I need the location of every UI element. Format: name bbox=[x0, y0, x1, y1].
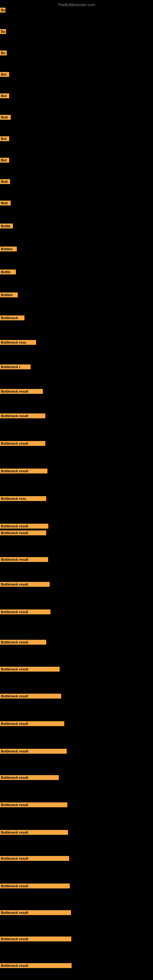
bar-label: Bottle bbox=[0, 224, 13, 229]
bar-item: Bottleneck result bbox=[0, 530, 46, 536]
bar-label: Bottleneck result bbox=[0, 694, 61, 698]
bar-label: Bottleneck result bbox=[0, 530, 46, 535]
bar-label: Bottleneck result bbox=[0, 441, 45, 446]
bar-item: Bottleneck result bbox=[0, 910, 71, 916]
bar-label: Bottleneck result bbox=[0, 640, 46, 645]
bar-item: Bottleneck result bbox=[0, 524, 48, 530]
bar-item: Bottleneck result bbox=[0, 802, 67, 808]
bar-label: Bottlen bbox=[0, 247, 17, 251]
bar-label: Bottleneck result bbox=[0, 609, 51, 614]
bar-item: Bottleneck result bbox=[0, 640, 46, 646]
bar-label: Bottle bbox=[0, 269, 16, 274]
bar-item: Bottleneck result bbox=[0, 469, 48, 475]
bar-item: Bottleneck result bbox=[0, 414, 45, 420]
bar-item: Bottleneck result bbox=[0, 694, 61, 700]
bar-item: Bottlen bbox=[0, 293, 18, 299]
bar-label: Bott bbox=[0, 200, 11, 205]
bar-item: Bott bbox=[0, 179, 10, 185]
bar-item: Bottleneck resu bbox=[0, 340, 36, 346]
bar-item: Bot bbox=[0, 72, 9, 78]
bar-label: Bottleneck result bbox=[0, 910, 71, 915]
bar-item: Bo bbox=[0, 8, 5, 14]
bar-item: Bottleneck result bbox=[0, 883, 70, 890]
site-title: TheBottlenecker.com bbox=[58, 2, 95, 7]
bar-label: Bottleneck result bbox=[0, 749, 67, 754]
bar-item: Bottleneck result bbox=[0, 609, 51, 616]
bar-label: Bottleneck result bbox=[0, 883, 70, 888]
bar-item: Bott bbox=[0, 200, 11, 207]
bar-item: Bottleneck result bbox=[0, 856, 69, 862]
bar-label: Bottleneck result bbox=[0, 775, 59, 780]
bar-item: Bottleneck resu bbox=[0, 496, 46, 502]
bar-item: Bottleneck result bbox=[0, 749, 67, 755]
bar-label: Bottleneck result bbox=[0, 667, 60, 671]
bar-item: Bottleneck r bbox=[0, 364, 30, 371]
bar-label: Bo bbox=[0, 51, 7, 56]
bar-label: Bottlen bbox=[0, 293, 18, 298]
bar-label: Bott bbox=[0, 115, 11, 120]
bar-item: Bot bbox=[0, 158, 9, 164]
bar-label: Bottleneck result bbox=[0, 721, 64, 726]
bar-item: Bottleneck bbox=[0, 315, 24, 321]
bar-item: Bo bbox=[0, 51, 7, 57]
bar-label: Bottleneck result bbox=[0, 524, 48, 528]
bar-item: Bottleneck result bbox=[0, 582, 49, 588]
bar-label: Bot bbox=[0, 158, 9, 162]
bar-label: Bottleneck result bbox=[0, 963, 72, 968]
bar-item: Bott bbox=[0, 115, 11, 121]
bar-label: Bottleneck resu bbox=[0, 496, 46, 501]
bar-label: Bottleneck resu bbox=[0, 340, 36, 345]
bar-label: Bo bbox=[0, 29, 6, 34]
bar-item: Bottleneck result bbox=[0, 830, 68, 836]
bar-label: Bottleneck result bbox=[0, 389, 43, 394]
bar-item: Bottleneck result bbox=[0, 441, 45, 447]
bar-item: Bottle bbox=[0, 269, 16, 275]
bar-label: Bot bbox=[0, 136, 9, 141]
bar-item: Bottleneck result bbox=[0, 937, 71, 943]
bar-item: Bot bbox=[0, 136, 9, 142]
bar-label: Bottleneck result bbox=[0, 856, 69, 861]
bar-label: Bottleneck result bbox=[0, 802, 67, 807]
bar-label: Bo bbox=[0, 8, 5, 13]
bar-label: Bottleneck r bbox=[0, 364, 30, 369]
bar-item: Bottleneck result bbox=[0, 721, 64, 727]
bar-label: Bottleneck bbox=[0, 315, 24, 320]
bar-label: Bottleneck result bbox=[0, 830, 68, 835]
bar-item: Bottleneck result bbox=[0, 963, 72, 969]
bar-item: Bottleneck result bbox=[0, 389, 43, 395]
bar-label: Bottleneck result bbox=[0, 557, 48, 562]
bar-label: Bottleneck result bbox=[0, 937, 71, 942]
bar-label: Bot bbox=[0, 72, 9, 77]
bar-item: Bottleneck result bbox=[0, 775, 59, 781]
bar-item: Bottle bbox=[0, 224, 13, 230]
bar-item: Bottleneck result bbox=[0, 667, 60, 673]
bar-item: Bottlen bbox=[0, 247, 17, 253]
bar-item: Bottleneck result bbox=[0, 557, 48, 563]
bar-item: Bot bbox=[0, 94, 9, 100]
bar-label: Bottleneck result bbox=[0, 582, 49, 587]
bar-label: Bottleneck result bbox=[0, 469, 48, 474]
bar-label: Bottleneck result bbox=[0, 414, 45, 418]
bar-label: Bott bbox=[0, 179, 10, 184]
bar-item: Bo bbox=[0, 29, 6, 35]
bar-label: Bot bbox=[0, 94, 9, 98]
